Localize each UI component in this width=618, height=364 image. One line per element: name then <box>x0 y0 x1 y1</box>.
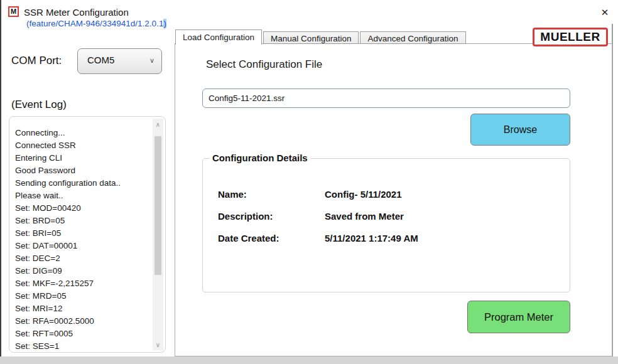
detail-value: 5/11/2021 1:17:49 AM <box>325 233 418 245</box>
mueller-logo-text: MUELLER <box>540 30 600 44</box>
log-entry: Set: BRI=05 <box>15 227 149 240</box>
tab-strip: Load Configuration Manual Configuration … <box>175 29 466 45</box>
com-port-selected-value: COM5 <box>87 55 114 65</box>
detail-value: Config- 5/11/2021 <box>325 189 402 201</box>
com-port-label: COM Port: <box>11 55 62 67</box>
log-entry: Set: MRI=12 <box>15 302 149 315</box>
close-icon: ✕ <box>601 7 609 18</box>
event-log-label: (Event Log) <box>11 99 67 111</box>
detail-row-date-created: Date Created: 5/11/2021 1:17:49 AM <box>218 233 557 245</box>
log-entry: Please wait.. <box>15 190 149 202</box>
tab-advanced-configuration[interactable]: Advanced Configuration <box>360 31 465 44</box>
config-file-input[interactable] <box>202 88 570 108</box>
configuration-details-groupbox: Configuration Details Name: Config- 5/11… <box>202 158 570 292</box>
log-entry: Set: BRD=05 <box>15 215 149 227</box>
ssr-meter-configuration-window: M SSR Meter Configuration ✕ (feature/CHA… <box>0 0 618 364</box>
tab-manual-configuration[interactable]: Manual Configuration <box>263 31 359 44</box>
version-text: (feature/CHAM-946/334941d/1.2.0.1 <box>26 19 163 28</box>
scroll-up-icon[interactable]: ∧ <box>153 119 163 130</box>
select-config-file-heading: Select Configuration File <box>206 58 322 71</box>
tab-load-configuration[interactable]: Load Configuration <box>175 29 262 45</box>
log-entry: Good Password <box>15 164 149 177</box>
log-entry: Set: RFA=0002.5000 <box>15 315 149 328</box>
log-entry: Sending configuration data.. <box>15 177 149 190</box>
log-entry: Set: DAT=00001 <box>15 240 149 252</box>
detail-row-name: Name: Config- 5/11/2021 <box>218 189 557 201</box>
log-entry: Set: RFT=0005 <box>15 328 149 340</box>
com-port-dropdown[interactable]: COM5 ∨ <box>77 48 162 74</box>
log-entry: Connecting... <box>15 127 149 139</box>
event-log-lines: Connecting... Connected SSR Entering CLI… <box>15 127 149 353</box>
detail-label: Description: <box>218 211 325 223</box>
window-bottom-edge <box>0 356 618 364</box>
detail-row-description: Description: Saved from Meter <box>218 211 557 223</box>
detail-label: Date Created: <box>218 233 325 245</box>
log-entry: Connected SSR <box>15 139 149 152</box>
log-entry: Set: SES=1 <box>15 340 149 353</box>
version-caret-highlight: ) <box>163 19 166 28</box>
detail-label: Name: <box>218 189 325 201</box>
program-meter-button[interactable]: Program Meter <box>467 301 570 333</box>
detail-value: Saved from Meter <box>325 211 404 223</box>
mueller-mini-logo-icon: M <box>8 6 19 17</box>
configuration-details-legend: Configuration Details <box>209 153 311 163</box>
event-log-scrollbar[interactable]: ∧ ∨ <box>153 119 163 350</box>
window-title: SSR Meter Configuration <box>24 7 129 18</box>
version-link[interactable]: (feature/CHAM-946/334941d/1.2.0.1) <box>26 19 166 28</box>
mueller-logo: MUELLER <box>533 28 608 46</box>
log-entry: Set: DIG=09 <box>15 265 149 277</box>
log-entry: Set: MRD=05 <box>15 290 149 302</box>
close-button[interactable]: ✕ <box>594 4 615 21</box>
log-entry: Entering CLI <box>15 152 149 164</box>
scroll-down-icon[interactable]: ∨ <box>153 339 163 350</box>
event-log-listbox[interactable]: Connecting... Connected SSR Entering CLI… <box>9 116 166 353</box>
chevron-down-icon: ∨ <box>149 56 154 65</box>
window-left-border <box>0 0 1 364</box>
log-entry: Set: MOD=00420 <box>15 202 149 215</box>
log-entry: Set: DEC=2 <box>15 252 149 265</box>
browse-button[interactable]: Browse <box>470 114 570 146</box>
log-entry: Set: MKF=-2,215257 <box>15 277 149 290</box>
scrollbar-thumb[interactable] <box>154 136 161 275</box>
